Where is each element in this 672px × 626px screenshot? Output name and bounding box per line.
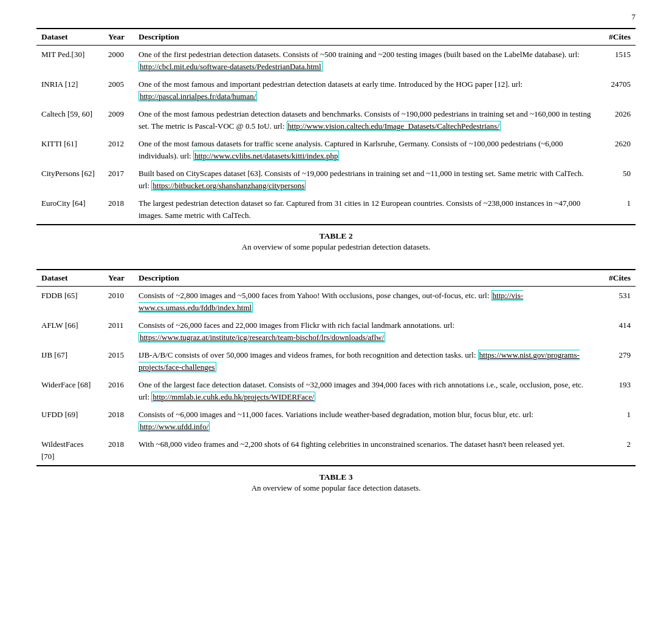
table2-caption: TABLE 2 An overview of some popular pede… — [36, 231, 636, 252]
desc-cell: One of the largest face detection datase… — [134, 376, 599, 406]
year-cell: 2009 — [103, 105, 134, 135]
url-link[interactable]: http://www.cvlibs.net/datasets/kitti/ind… — [193, 151, 339, 161]
col-header-desc-t3: Description — [134, 270, 599, 287]
cites-cell: 2026 — [599, 105, 636, 135]
col-header-dataset-t3: Dataset — [36, 270, 103, 287]
cites-cell: 2 — [599, 435, 636, 466]
year-cell: 2011 — [103, 316, 134, 346]
url-link[interactable]: http://www.ufdd.info/ — [139, 421, 210, 432]
desc-cell: IJB-A/B/C consists of over 50,000 images… — [134, 346, 599, 376]
url-link[interactable]: http://vis-www.cs.umass.edu/fddb/index.h… — [139, 290, 523, 313]
cites-cell: 1 — [599, 194, 636, 225]
dataset-cell: KITTI [61] — [36, 135, 103, 165]
cites-cell: 2620 — [599, 135, 636, 165]
dataset-cell: WildestFaces [70] — [36, 435, 103, 466]
col-header-year-t2: Year — [103, 29, 134, 46]
table3-caption: TABLE 3 An overview of some popular face… — [36, 472, 636, 493]
col-header-cites-t2: #Cites — [599, 29, 636, 46]
desc-cell: One of the most famous and important ped… — [134, 75, 599, 105]
table-2: Dataset Year Description #Cites MIT Ped.… — [36, 28, 636, 225]
desc-cell: One of the most famous pedestrian detect… — [134, 105, 599, 135]
table-3: Dataset Year Description #Cites FDDB [65… — [36, 269, 636, 466]
desc-cell: One of the most famous datasets for traf… — [134, 135, 599, 165]
dataset-cell: EuroCity [64] — [36, 194, 103, 225]
col-header-year-t3: Year — [103, 270, 134, 287]
url-link[interactable]: https://www.tugraz.at/institute/icg/rese… — [139, 332, 385, 342]
desc-cell: One of the first pedestrian detection da… — [134, 46, 599, 76]
url-link[interactable]: https://www.nist.gov/programs-projects/f… — [139, 350, 580, 372]
dataset-cell: MIT Ped.[30] — [36, 46, 103, 76]
table-row: Caltech [59, 60]2009One of the most famo… — [36, 105, 636, 135]
dataset-cell: AFLW [66] — [36, 316, 103, 346]
col-header-cites-t3: #Cites — [599, 270, 636, 287]
table-row: UFDD [69]2018Consists of ~6,000 images a… — [36, 406, 636, 435]
cites-cell: 193 — [599, 376, 636, 406]
table-row: MIT Ped.[30]2000One of the first pedestr… — [36, 46, 636, 76]
table-row: FDDB [65]2010Consists of ~2,800 images a… — [36, 287, 636, 317]
cites-cell: 1 — [599, 406, 636, 435]
dataset-cell: CityPersons [62] — [36, 165, 103, 194]
cites-cell: 279 — [599, 346, 636, 376]
table-row: IJB [67]2015IJB-A/B/C consists of over 5… — [36, 346, 636, 376]
cites-cell: 414 — [599, 316, 636, 346]
year-cell: 2005 — [103, 75, 134, 105]
table-row: INRIA [12]2005One of the most famous and… — [36, 75, 636, 105]
table-row: WildestFaces [70]2018With ~68,000 video … — [36, 435, 636, 466]
dataset-cell: INRIA [12] — [36, 75, 103, 105]
year-cell: 2012 — [103, 135, 134, 165]
year-cell: 2017 — [103, 165, 134, 194]
table2-caption-title: TABLE 2 — [36, 231, 636, 241]
table-row: AFLW [66]2011Consists of ~26,000 faces a… — [36, 316, 636, 346]
dataset-cell: Caltech [59, 60] — [36, 105, 103, 135]
dataset-cell: IJB [67] — [36, 346, 103, 376]
col-header-desc-t2: Description — [134, 29, 599, 46]
table-row: KITTI [61]2012One of the most famous dat… — [36, 135, 636, 165]
table2-caption-desc: An overview of some popular pedestrian d… — [36, 242, 636, 252]
table-row: WiderFace [68]2016One of the largest fac… — [36, 376, 636, 406]
url-link[interactable]: http://mmlab.ie.cuhk.edu.hk/projects/WID… — [151, 392, 315, 402]
table3-caption-title: TABLE 3 — [36, 472, 636, 482]
year-cell: 2018 — [103, 406, 134, 435]
desc-cell: The largest pedestrian detection dataset… — [134, 194, 599, 225]
desc-cell: Consists of ~2,800 images and ~5,000 fac… — [134, 287, 599, 317]
dataset-cell: UFDD [69] — [36, 406, 103, 435]
year-cell: 2000 — [103, 46, 134, 76]
url-link[interactable]: http://pascal.inrialpes.fr/data/human/ — [139, 91, 257, 101]
table3-caption-desc: An overview of some popular face detecti… — [36, 483, 636, 493]
cites-cell: 50 — [599, 165, 636, 194]
table-row: CityPersons [62]2017Built based on CityS… — [36, 165, 636, 194]
table-row: EuroCity [64]2018The largest pedestrian … — [36, 194, 636, 225]
dataset-cell: FDDB [65] — [36, 287, 103, 317]
year-cell: 2016 — [103, 376, 134, 406]
col-header-dataset-t2: Dataset — [36, 29, 103, 46]
desc-cell: Consists of ~6,000 images and ~11,000 fa… — [134, 406, 599, 435]
year-cell: 2018 — [103, 435, 134, 466]
url-link[interactable]: https://bitbucket.org/shanshanzhang/city… — [151, 180, 306, 191]
year-cell: 2015 — [103, 346, 134, 376]
cites-cell: 1515 — [599, 46, 636, 76]
dataset-cell: WiderFace [68] — [36, 376, 103, 406]
year-cell: 2018 — [103, 194, 134, 225]
url-link[interactable]: http://www.vision.caltech.edu/Image_Data… — [287, 121, 501, 131]
year-cell: 2010 — [103, 287, 134, 317]
desc-cell: Built based on CityScapes dataset [63]. … — [134, 165, 599, 194]
desc-cell: With ~68,000 video frames and ~2,200 sho… — [134, 435, 599, 466]
page-number: 7 — [36, 12, 636, 22]
cites-cell: 531 — [599, 287, 636, 317]
desc-cell: Consists of ~26,000 faces and 22,000 ima… — [134, 316, 599, 346]
cites-cell: 24705 — [599, 75, 636, 105]
url-link[interactable]: http://cbcl.mit.edu/software-datasets/Pe… — [139, 61, 323, 72]
